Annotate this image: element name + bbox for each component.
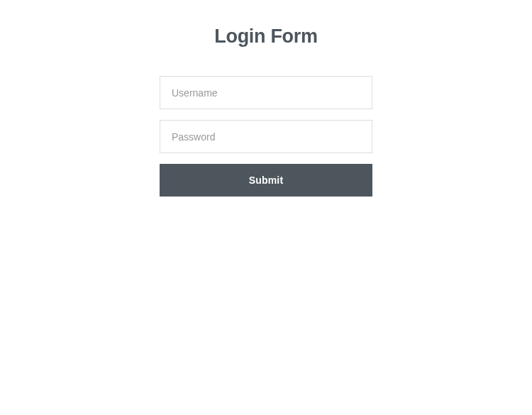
submit-button[interactable]: Submit (160, 164, 372, 197)
login-container: Login Form Submit (0, 0, 532, 197)
password-field[interactable] (160, 120, 372, 153)
login-form: Submit (160, 76, 372, 197)
page-title: Login Form (214, 26, 317, 48)
username-field[interactable] (160, 76, 372, 109)
